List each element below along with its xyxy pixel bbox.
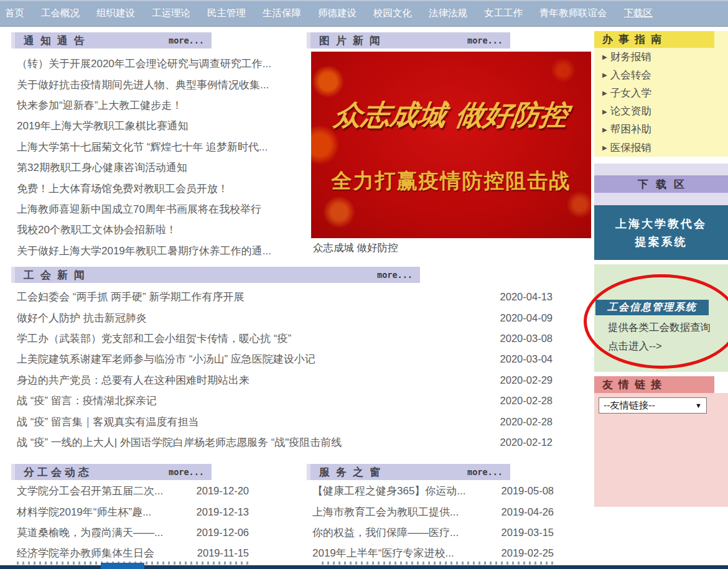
service-row: 你的权益，我们保障——医疗... 2019-03-15	[307, 522, 555, 543]
notice-link[interactable]: 第32期教职工身心健康咨询活动通知	[17, 160, 187, 175]
notice-link[interactable]: 关于做好抗击疫情期间先进人物、典型事例情况收集...	[17, 78, 269, 92]
nav-item[interactable]: 首页	[5, 7, 24, 20]
nav-item[interactable]: 校园文化	[373, 7, 412, 20]
branch-date: 2019-11-15	[197, 547, 250, 559]
notice-row: 免费！上大体育场馆免费对教职工会员开放！	[11, 178, 299, 198]
notice-row: 第32期教职工身心健康咨询活动通知	[11, 157, 299, 178]
notice-link[interactable]: （转）关于开展2020年工会理论研究与调查研究工作...	[17, 57, 271, 71]
nav-item[interactable]: 女工工作	[484, 7, 523, 20]
guide-link[interactable]: ▶ 财务报销	[594, 48, 728, 66]
friendly-links-title: 友情链接	[602, 377, 667, 392]
proposal-line2: 提案系统	[635, 233, 688, 251]
notices-list: （转）关于开展2020年工会理论研究与调查研究工作... 关于做好抗击疫情期间先…	[11, 53, 299, 261]
nav-item[interactable]: 组织建设	[96, 7, 135, 20]
notices-header: 通知通告 more...	[11, 32, 212, 49]
info-system-title[interactable]: 工会信息管理系统	[595, 300, 709, 315]
branch-link[interactable]: 经济学院举办教师集体生日会	[17, 546, 154, 560]
news-date: 2020-02-28	[500, 416, 554, 428]
notice-row: 2019年上海大学教职工象棋比赛通知	[11, 116, 299, 136]
service-link[interactable]: 上海市教育工会为教职工提供...	[312, 505, 459, 519]
nav-item[interactable]: 工会概况	[41, 7, 80, 20]
download-zone-title: 下载区	[630, 177, 692, 192]
nav-item[interactable]: 民主管理	[207, 7, 246, 20]
guide-title: 办事指南	[602, 32, 667, 47]
info-system-enter-link[interactable]: 点击进入-->	[608, 336, 662, 355]
branch-row: 材料学院2019年“师生杯”趣... 2019-12-13	[11, 501, 250, 522]
bullet-triangle-icon: ▶	[602, 53, 607, 60]
service-window-title: 服务之窗	[319, 465, 386, 479]
download-zone-band[interactable]: 下载区	[594, 175, 728, 193]
guide-link[interactable]: ▶ 论文资助	[594, 103, 728, 121]
branch-date: 2019-12-20	[197, 485, 250, 497]
nav-item[interactable]: 青年教师联谊会	[539, 7, 607, 20]
service-window-header: 服务之窗 more...	[307, 464, 510, 480]
service-link[interactable]: 【健康工程之健身365】你运动...	[312, 484, 466, 498]
photo-news-header: 图片新闻 more...	[307, 32, 510, 49]
branch-news-more-link[interactable]: more...	[169, 467, 204, 477]
banner-slogan-line1: 众志成城 做好防控	[309, 96, 594, 134]
bullet-triangle-icon: ▶	[602, 72, 607, 78]
notice-link[interactable]: 上海教师喜迎新中国成立70周年书画展将在我校举行	[17, 202, 261, 216]
notice-link[interactable]: 上海大学第十七届菊文化节 “辉煌七十年 追梦新时代...	[17, 140, 268, 154]
union-news-more-link[interactable]: more...	[377, 270, 413, 280]
union-news-header: 工会新闻 more...	[11, 267, 420, 283]
branch-row: 经济学院举办教师集体生日会 2019-11-15	[11, 543, 250, 563]
branch-link[interactable]: 莫道桑榆晚，为霞尚满天——...	[17, 525, 163, 540]
news-link[interactable]: 工会妇委会 “两手抓 两手硬” 新学期工作有序开展	[17, 290, 245, 304]
service-link[interactable]: 2019年上半年“医疗专家进校...	[312, 546, 454, 560]
news-link[interactable]: 做好个人防护 抗击新冠肺炎	[17, 311, 147, 325]
top-navigation: 首页 工会概况 组织建设 工运理论 民主管理 生活保障 师德建设 校园文化 法律…	[0, 0, 728, 27]
nav-item[interactable]: 法律法规	[429, 7, 467, 20]
friendly-links-dropdown[interactable]: --友情链接-- ▼	[599, 397, 707, 414]
branch-date: 2019-12-06	[197, 527, 250, 539]
news-row: 工会妇委会 “两手抓 两手硬” 新学期工作有序开展 2020-04-13	[11, 287, 554, 307]
news-date: 2020-04-13	[500, 291, 554, 303]
guide-link[interactable]: ▶ 医保报销	[594, 139, 728, 157]
nav-item[interactable]: 师德建设	[318, 7, 357, 20]
notice-link[interactable]: 2019年上海大学教职工象棋比赛通知	[17, 119, 189, 133]
news-link[interactable]: 战 “疫” 留言：疫情湖北探亲记	[17, 394, 157, 408]
photo-news-more-link[interactable]: more...	[467, 35, 503, 45]
download-zone-bottom-strip	[594, 193, 728, 205]
proposal-system-banner[interactable]: 上海大学教代会 提案系统	[594, 205, 728, 260]
notice-link[interactable]: 我校20个教职工文体协会招新啦！	[17, 223, 177, 237]
union-news-title: 工会新闻	[24, 268, 91, 282]
union-portal-page: 首页 工会概况 组织建设 工运理论 民主管理 生活保障 师德建设 校园文化 法律…	[0, 0, 728, 569]
notice-link[interactable]: 免费！上大体育场馆免费对教职工会员开放！	[17, 182, 228, 196]
service-window-more-link[interactable]: more...	[467, 467, 503, 477]
nav-item[interactable]: 生活保障	[263, 7, 301, 20]
branch-news-header: 分工会动态 more...	[11, 464, 212, 480]
info-system-panel[interactable]: 工会信息管理系统 提供各类工会数据查询 点击进入-->	[594, 264, 728, 372]
notices-more-link[interactable]: more...	[169, 35, 204, 45]
guide-link[interactable]: ▶ 入会转会	[594, 66, 728, 84]
service-row: 2019年上半年“医疗专家进校... 2019-02-25	[307, 543, 555, 563]
guide-link[interactable]: ▶ 子女入学	[594, 84, 728, 102]
photo-news-banner[interactable]: 众志成城 做好防控 全力打赢疫情防控阻击战	[311, 52, 591, 238]
service-window-list: 【健康工程之健身365】你运动... 2019-05-08 上海市教育工会为教职…	[307, 481, 555, 564]
news-link[interactable]: 身边的共产党员：总要有人在这种困难时期站出来	[17, 373, 250, 387]
branch-link[interactable]: 材料学院2019年“师生杯”趣...	[17, 505, 151, 519]
branch-link[interactable]: 文学院分工会召开第五届二次...	[17, 484, 163, 498]
nav-item[interactable]: 工运理论	[152, 7, 190, 20]
news-link[interactable]: 学工办（武装部）党支部和工会小组贺卡传情，暖心抗 “疫”	[17, 331, 291, 346]
service-date: 2019-05-08	[502, 485, 555, 497]
guide-link[interactable]: ▶ 帮困补助	[594, 121, 728, 139]
news-link[interactable]: 战 “疫” 一线的上大人| 外国语学院白岸杨老师志愿服务 “战"疫阻击前线	[17, 435, 342, 450]
info-system-description: 提供各类工会数据查询	[608, 318, 711, 336]
news-row: 身边的共产党员：总要有人在这种困难时期站出来 2020-02-29	[11, 370, 554, 391]
news-row: 战 “疫” 一线的上大人| 外国语学院白岸杨老师志愿服务 “战"疫阻击前线 20…	[11, 432, 554, 453]
banner-caption-link[interactable]: 众志成城 做好防控	[313, 241, 398, 255]
notice-link[interactable]: 关于做好上海大学2019年教职工暑期疗休养工作的通...	[17, 244, 271, 258]
footer-highlight-segment	[101, 563, 144, 569]
news-row: 战 “疫” 留言集｜客观真实有温度有担当 2020-02-28	[11, 411, 554, 432]
notice-link[interactable]: 快来参加“迎新春”上大教工健步走！	[17, 98, 182, 113]
service-link[interactable]: 你的权益，我们保障——医疗...	[312, 525, 459, 540]
guide-link-label: 帮困补助	[610, 123, 651, 136]
bullet-triangle-icon: ▶	[602, 144, 607, 151]
guide-link-label: 论文资助	[610, 104, 651, 118]
nav-item[interactable]: 下载区	[624, 7, 653, 20]
branch-news-list: 文学院分工会召开第五届二次... 2019-12-20 材料学院2019年“师生…	[11, 481, 250, 564]
news-link[interactable]: 上美院建筑系谢建军老师参与临汾市 “小汤山” 应急医院建设小记	[17, 352, 315, 366]
news-date: 2020-03-04	[500, 353, 554, 365]
news-link[interactable]: 战 “疫” 留言集｜客观真实有温度有担当	[17, 415, 198, 429]
